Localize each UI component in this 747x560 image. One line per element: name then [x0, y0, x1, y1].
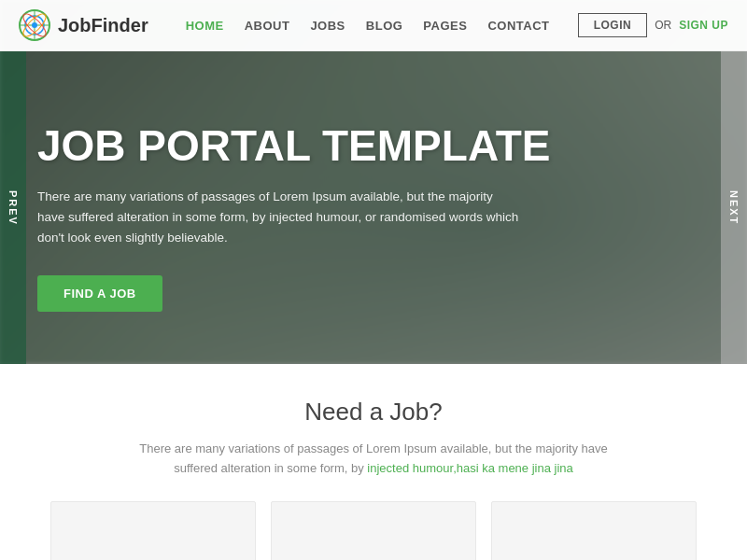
section-description: There are many variations of passages of… — [131, 440, 616, 479]
next-label: NEXT — [728, 190, 740, 225]
hero-title: JOB PORTAL TEMPLATE — [37, 122, 560, 170]
find-job-button[interactable]: FIND A JOB — [37, 275, 162, 312]
prev-label: PREV — [7, 190, 19, 226]
nav-jobs[interactable]: JOBS — [310, 19, 345, 33]
card-2 — [271, 501, 476, 560]
prev-nav-button[interactable]: PREV — [0, 51, 26, 364]
or-text: OR — [655, 19, 671, 32]
hero-description: There are many variations of passages of… — [37, 187, 523, 249]
nav-blog[interactable]: BLOG — [366, 19, 403, 33]
nav-right: LOGIN OR SIGN UP — [578, 13, 728, 37]
section-title: Need a Job? — [19, 398, 728, 427]
card-3 — [491, 501, 697, 560]
logo-icon — [19, 9, 50, 41]
svg-point-6 — [32, 22, 37, 28]
nav-pages[interactable]: PAGES — [423, 19, 467, 33]
cards-row — [19, 501, 728, 560]
signup-link[interactable]: SIGN UP — [679, 19, 728, 32]
logo-text: JobFinder — [58, 15, 148, 36]
hero-content: JOB PORTAL TEMPLATE There are many varia… — [37, 51, 560, 364]
next-nav-button[interactable]: NEXT — [721, 51, 747, 364]
nav-about[interactable]: ABOUT — [245, 19, 290, 33]
need-job-section: Need a Job? There are many variations of… — [0, 364, 747, 560]
hero-section: PREV NEXT JOB PORTAL TEMPLATE There are … — [0, 0, 747, 364]
nav-contact[interactable]: CONTACT — [487, 19, 549, 33]
nav-links: HOME ABOUT JOBS BLOG PAGES CONTACT — [186, 19, 578, 33]
card-1 — [50, 501, 256, 560]
login-button[interactable]: LOGIN — [578, 13, 648, 37]
section-description-link[interactable]: injected humour,hasi ka mene jina jina — [367, 461, 572, 475]
nav-home[interactable]: HOME — [186, 19, 224, 33]
navbar: JobFinder HOME ABOUT JOBS BLOG PAGES CON… — [0, 0, 747, 51]
logo[interactable]: JobFinder — [19, 9, 148, 41]
